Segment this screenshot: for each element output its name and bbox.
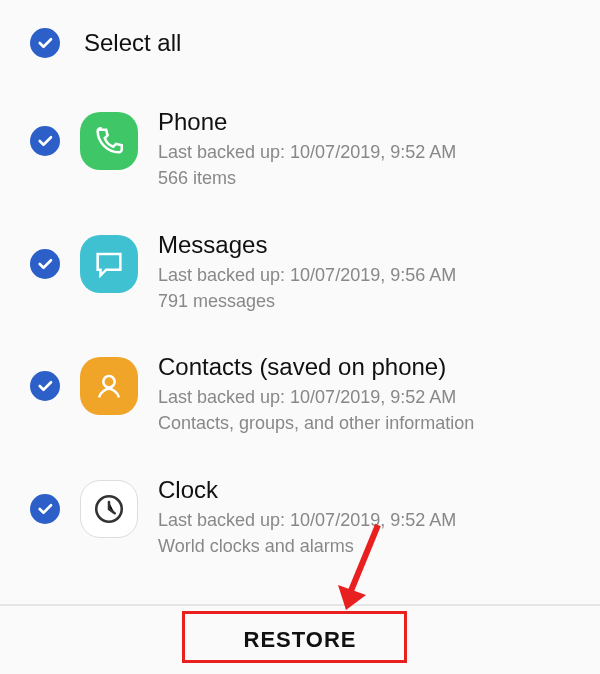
item-title: Clock — [158, 476, 570, 504]
item-detail: World clocks and alarms — [158, 534, 570, 558]
footer-bar: RESTORE — [0, 604, 600, 674]
check-icon — [36, 255, 54, 273]
item-checkbox[interactable] — [30, 371, 60, 401]
item-detail: 566 items — [158, 166, 570, 190]
item-detail: 791 messages — [158, 289, 570, 313]
phone-icon — [80, 112, 138, 170]
check-icon — [36, 377, 54, 395]
item-backup-time: Last backed up: 10/07/2019, 9:52 AM — [158, 140, 570, 164]
list-item[interactable]: Contacts (saved on phone) Last backed up… — [0, 333, 600, 456]
contacts-icon — [80, 357, 138, 415]
list-item[interactable]: Phone Last backed up: 10/07/2019, 9:52 A… — [0, 88, 600, 211]
select-all-checkbox[interactable] — [30, 28, 60, 58]
list-item[interactable]: Messages Last backed up: 10/07/2019, 9:5… — [0, 211, 600, 334]
list-item[interactable]: Clock Last backed up: 10/07/2019, 9:52 A… — [0, 456, 600, 579]
check-icon — [36, 34, 54, 52]
item-checkbox[interactable] — [30, 126, 60, 156]
item-checkbox[interactable] — [30, 494, 60, 524]
select-all-label: Select all — [84, 29, 181, 57]
restore-button[interactable]: RESTORE — [184, 611, 417, 669]
item-checkbox[interactable] — [30, 249, 60, 279]
item-detail: Contacts, groups, and other information — [158, 411, 570, 435]
item-title: Contacts (saved on phone) — [158, 353, 570, 381]
item-backup-time: Last backed up: 10/07/2019, 9:56 AM — [158, 263, 570, 287]
check-icon — [36, 132, 54, 150]
item-title: Phone — [158, 108, 570, 136]
item-title: Messages — [158, 231, 570, 259]
clock-icon — [80, 480, 138, 538]
check-icon — [36, 500, 54, 518]
backup-items-list: Phone Last backed up: 10/07/2019, 9:52 A… — [0, 78, 600, 588]
item-backup-time: Last backed up: 10/07/2019, 9:52 AM — [158, 385, 570, 409]
messages-icon — [80, 235, 138, 293]
svg-point-0 — [103, 376, 114, 387]
item-backup-time: Last backed up: 10/07/2019, 9:52 AM — [158, 508, 570, 532]
select-all-row[interactable]: Select all — [0, 0, 600, 78]
